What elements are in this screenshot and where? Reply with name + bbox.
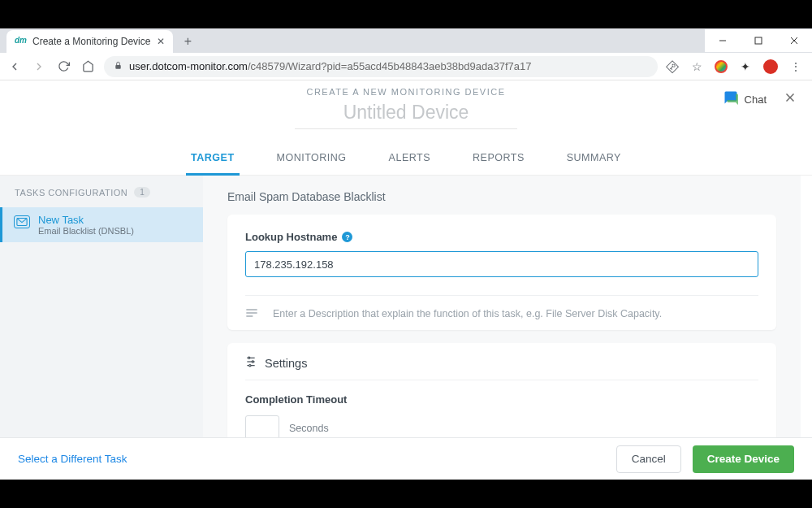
reload-button[interactable] xyxy=(55,59,71,75)
help-icon[interactable]: ? xyxy=(342,232,352,242)
window-maximize-button[interactable] xyxy=(741,29,776,52)
chat-label: Chat xyxy=(745,93,767,106)
main-content: Email Spam Database Blacklist Lookup Hos… xyxy=(203,176,801,437)
back-button[interactable] xyxy=(6,59,23,75)
device-name-input[interactable]: Untitled Device xyxy=(295,102,518,129)
hostname-label: Lookup Hostname xyxy=(245,231,337,243)
url-host: user.dotcom-monitor.com xyxy=(129,60,248,72)
notes-icon xyxy=(245,307,258,320)
window-minimize-button[interactable] xyxy=(705,29,741,52)
close-wizard-button[interactable] xyxy=(783,90,797,108)
page-header: CREATE A NEW MONITORING DEVICE Untitled … xyxy=(0,80,812,176)
timeout-label: Completion Timeout xyxy=(245,393,758,406)
timeout-input[interactable] xyxy=(245,415,279,437)
envelope-icon xyxy=(14,215,30,228)
tab-title: Create a Monitoring Device xyxy=(32,36,150,47)
profile-avatar[interactable] xyxy=(763,59,778,74)
page-subtitle: CREATE A NEW MONITORING DEVICE xyxy=(0,87,812,97)
home-button[interactable] xyxy=(80,59,96,75)
tab-alerts[interactable]: ALERTS xyxy=(384,144,435,175)
browser-toolbar: user.dotcom-monitor.com/c48579/Wizard?pi… xyxy=(0,53,812,80)
key-icon[interactable]: ⚿ xyxy=(663,57,682,76)
more-menu-icon[interactable]: ⋮ xyxy=(789,60,802,73)
scrollbar-thumb[interactable] xyxy=(801,176,811,265)
tab-summary[interactable]: SUMMARY xyxy=(562,144,626,175)
create-device-button[interactable]: Create Device xyxy=(693,445,794,473)
browser-tab[interactable]: dm Create a Monitoring Device ✕ xyxy=(6,30,173,53)
timeout-unit: Seconds xyxy=(289,423,329,434)
sidebar-heading: TASKS CONFIGURATION xyxy=(15,188,127,198)
scrollbar-track[interactable] xyxy=(801,176,812,437)
select-different-task-link[interactable]: Select a Different Task xyxy=(18,453,127,465)
browser-tabstrip: dm Create a Monitoring Device ✕ + xyxy=(0,28,812,53)
sidebar-task-item[interactable]: New Task Email Blacklist (DNSBL) xyxy=(0,207,203,242)
puzzle-icon[interactable]: ✦ xyxy=(739,60,752,73)
lock-icon xyxy=(114,61,123,72)
task-title: New Task xyxy=(38,214,134,226)
forward-button[interactable] xyxy=(31,59,47,75)
new-tab-button[interactable]: + xyxy=(178,32,197,51)
tab-reports[interactable]: REPORTS xyxy=(468,144,529,175)
task-count-badge: 1 xyxy=(134,187,150,198)
close-tab-icon[interactable]: ✕ xyxy=(157,36,165,47)
url-path: /c48579/Wizard?pid=a55acd45b48843aeb38bd… xyxy=(248,60,532,72)
settings-card: Settings Completion Timeout Seconds Task… xyxy=(227,343,776,437)
wizard-tabs: TARGET MONITORING ALERTS REPORTS SUMMARY xyxy=(0,144,812,176)
hostname-card: Lookup Hostname ? Enter a Description th… xyxy=(227,215,776,330)
tab-target[interactable]: TARGET xyxy=(186,144,239,176)
chat-button[interactable]: Chat xyxy=(723,90,767,108)
svg-point-16 xyxy=(249,365,251,367)
chat-icon xyxy=(723,90,738,108)
address-bar[interactable]: user.dotcom-monitor.com/c48579/Wizard?pi… xyxy=(104,56,658,77)
sliders-icon xyxy=(245,356,257,370)
svg-point-14 xyxy=(252,361,253,363)
footer-bar: Select a Different Task Cancel Create De… xyxy=(0,437,812,480)
svg-rect-4 xyxy=(115,65,120,69)
extension-icon[interactable] xyxy=(715,60,728,73)
svg-point-12 xyxy=(248,357,250,358)
window-close-button[interactable] xyxy=(776,29,812,52)
tab-monitoring[interactable]: MONITORING xyxy=(272,144,352,175)
svg-rect-1 xyxy=(755,37,762,44)
favicon-icon: dm xyxy=(15,36,26,47)
section-title: Email Spam Database Blacklist xyxy=(227,190,776,203)
cancel-button[interactable]: Cancel xyxy=(616,445,681,473)
sidebar: TASKS CONFIGURATION 1 New Task Email Bla… xyxy=(0,176,203,437)
description-input[interactable]: Enter a Description that explain the fun… xyxy=(273,308,662,319)
settings-heading: Settings xyxy=(265,357,307,370)
hostname-input[interactable] xyxy=(245,251,758,277)
bookmark-star-icon[interactable]: ☆ xyxy=(690,60,703,73)
task-subtitle: Email Blacklist (DNSBL) xyxy=(38,226,134,236)
